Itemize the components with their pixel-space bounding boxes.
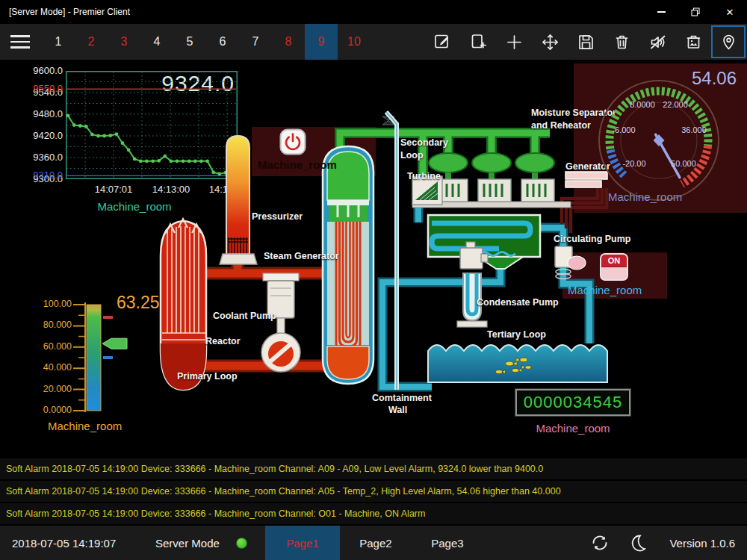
title-bar: [Server Mode] - Premier Client ✕: [0, 0, 747, 24]
bar-tick: 40.000: [36, 362, 72, 373]
trend-low-limit-label: 9310.0: [27, 169, 63, 181]
power-button[interactable]: [279, 128, 306, 155]
gauge-tick: 36.000: [681, 125, 707, 134]
turbine-assembly: [412, 153, 571, 208]
trend-channel-label: Machine_room: [82, 200, 187, 213]
gauge-tick: 22.000: [663, 100, 688, 109]
application-window: [Server Mode] - Premier Client ✕ 1 2 3 4…: [0, 0, 747, 560]
restore-button[interactable]: [678, 0, 713, 24]
label-tertiary-loop: Tertiary Loop: [487, 329, 546, 340]
bar-tick: 60.000: [36, 341, 72, 352]
on-switch-button[interactable]: ON: [600, 253, 628, 281]
mute-icon: [648, 33, 667, 52]
delete-button[interactable]: [604, 24, 639, 60]
gauge-channel-label: Machine_room: [608, 190, 682, 203]
alarm-row[interactable]: Soft Alarm 2018-07-05 14:19:00 Device: 3…: [0, 458, 747, 479]
bar-pointer[interactable]: [102, 338, 127, 349]
add-button[interactable]: [496, 24, 532, 60]
save-button[interactable]: [568, 24, 604, 60]
page-button-1[interactable]: 1: [42, 24, 75, 60]
page-button-6[interactable]: 6: [206, 24, 239, 60]
page-button-4[interactable]: 4: [140, 24, 173, 60]
main-toolbar: 1 2 3 4 5 6 7 8 9 10: [0, 24, 747, 60]
tab-page2[interactable]: Page2: [340, 526, 412, 560]
trend-xtick: 14:13:00: [144, 184, 198, 195]
image-bin-button[interactable]: [675, 24, 711, 60]
edit-icon: [433, 33, 452, 52]
page-button-2[interactable]: 2: [75, 24, 108, 60]
trend-xtick: 14:07:01: [87, 184, 140, 195]
bar-tick: 20.000: [36, 384, 72, 394]
counter-widget: 0000034545 Machine_room: [515, 389, 633, 438]
minimize-icon: [657, 11, 666, 13]
bar-gauge-widget: 100.00 80.000 60.000 40.000 20.000 0.000…: [36, 293, 178, 446]
alarm-row[interactable]: Soft Alarm 2018-07-05 14:19:00 Device: 3…: [0, 503, 747, 524]
power-widget: Machine_room: [252, 127, 376, 176]
bar-tick: 80.000: [36, 320, 72, 330]
fish-icons: [496, 358, 532, 374]
alarm-list: Soft Alarm 2018-07-05 14:19:00 Device: 3…: [0, 457, 747, 525]
tertiary-loop-pipes: [382, 205, 589, 387]
label-containment-wall-2: Wall: [388, 405, 407, 415]
edit-button[interactable]: [424, 24, 460, 60]
status-bar: 2018-07-05 14:19:07 Server Mode Page1 Pa…: [0, 525, 747, 560]
hmi-canvas: 9600.0 9540.0 9550.0 9480.0 9420.0 9360.…: [0, 60, 747, 457]
add-page-button[interactable]: [460, 24, 496, 60]
page-button-7[interactable]: 7: [239, 24, 272, 60]
label-condensate-pump: Condensate Pump: [477, 297, 559, 308]
counter-display: 0000034545: [515, 389, 630, 416]
connection-status-icon: [236, 538, 247, 549]
bar-channel-label: Machine_room: [48, 420, 122, 432]
condensate-pump: [457, 242, 488, 327]
label-circulating-pump: Circulating Pump: [554, 234, 630, 244]
page-button-5[interactable]: 5: [173, 24, 206, 60]
label-secondary-loop-2: Loop: [400, 150, 424, 161]
bar-high-mark: [103, 316, 113, 319]
power-channel-label: Machine_room: [258, 158, 337, 171]
page-button-8[interactable]: 8: [272, 24, 305, 60]
bar-tick: 0.0000: [36, 405, 72, 415]
tab-page1[interactable]: Page1: [265, 526, 340, 560]
location-icon: [719, 33, 738, 52]
trend-high-limit-label: 9550.0: [27, 83, 63, 94]
switch-channel-label: Machine_room: [568, 284, 642, 296]
label-turbine: Turbine: [407, 171, 441, 181]
page-button-9[interactable]: 9: [305, 24, 338, 60]
close-icon: ✕: [726, 7, 734, 18]
label-primary-loop: Primary Loop: [177, 371, 238, 382]
page-button-10[interactable]: 10: [338, 24, 371, 60]
restore-icon: [691, 7, 700, 16]
move-icon: [541, 33, 560, 52]
moon-icon: [627, 533, 647, 553]
window-title: [Server Mode] - Premier Client: [9, 7, 644, 17]
gauge-tick: -20.00: [622, 159, 645, 168]
mute-button[interactable]: [639, 24, 675, 60]
trend-ytick: 9360.0: [27, 152, 63, 163]
version-label: Version 1.0.6: [669, 537, 735, 550]
coolant-pump: [261, 273, 300, 372]
move-button[interactable]: [532, 24, 568, 60]
gauge-widget: 54.06 -20.00 -6.000 8.0000 22.000 36.000…: [574, 63, 747, 213]
trend-plot: [66, 71, 238, 179]
trend-ytick: 9600.0: [27, 65, 63, 76]
minimize-button[interactable]: [644, 0, 678, 24]
alarm-row[interactable]: Soft Alarm 2018-07-05 14:19:00 Device: 3…: [0, 481, 747, 502]
close-button[interactable]: ✕: [713, 0, 747, 24]
label-secondary-loop: Secondary: [400, 137, 448, 148]
sync-button[interactable]: [589, 532, 611, 554]
night-mode-button[interactable]: [626, 532, 648, 554]
containment-wall: [386, 112, 397, 390]
counter-channel-label: Machine_room: [515, 422, 630, 435]
condenser: [428, 215, 540, 269]
location-button[interactable]: [711, 25, 746, 58]
steam-generator: [323, 146, 374, 384]
clock: 2018-07-05 14:19:07: [12, 537, 148, 550]
primary-loop-pipes: [185, 260, 333, 367]
tab-page3[interactable]: Page3: [412, 526, 483, 560]
sync-icon: [590, 533, 610, 553]
gauge-current-value: 54.06: [692, 68, 737, 89]
server-mode-label: Server Mode: [155, 537, 220, 550]
label-pressurizer: Pressurizer: [252, 211, 303, 222]
menu-button[interactable]: [10, 35, 30, 49]
page-button-3[interactable]: 3: [108, 24, 140, 60]
